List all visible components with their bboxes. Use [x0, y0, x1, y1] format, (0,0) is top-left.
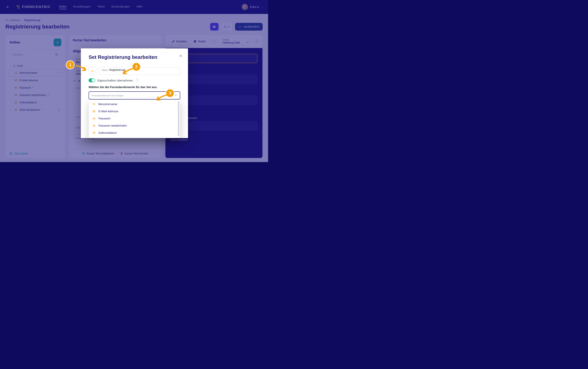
- callout-3: 3: [166, 89, 175, 98]
- password-icon: [92, 117, 96, 120]
- toggle-label: Eigenschaften übernehmen: [98, 79, 133, 82]
- help-button[interactable]: ?: [135, 78, 139, 82]
- combo-placeholder: Formularelement hinzufügen: [92, 94, 124, 97]
- dropdown-label: Geburtsdatum: [98, 131, 117, 134]
- callout-1: 1: [66, 61, 75, 69]
- dropdown-item-password[interactable]: Passwort: [89, 115, 180, 122]
- modal-title: Set Registrierung bearbeiten: [88, 54, 180, 60]
- required-marker: *: [108, 69, 108, 71]
- email-icon: [92, 110, 96, 113]
- arrow-icon: [154, 94, 167, 102]
- dropdown-scrollbar[interactable]: [178, 101, 179, 136]
- pencil-icon: [91, 70, 93, 72]
- close-button[interactable]: ✕: [179, 54, 182, 58]
- dropdown-label: Benutzername: [98, 102, 118, 106]
- chevron-down-icon: ⌄: [94, 70, 96, 72]
- arrow-icon: [120, 68, 134, 75]
- svg-point-25: [94, 125, 94, 126]
- instruction-text: Wählen Sie die Formularelemente für das …: [88, 85, 180, 89]
- callout-badge: 1: [66, 61, 75, 69]
- dropdown-label: E-Mail-Adresse: [98, 110, 118, 113]
- arrow-icon: [75, 65, 88, 72]
- element-dropdown: Benutzername E-Mail-Adresse Passwort Pas…: [88, 100, 180, 138]
- chevron-up-icon: [175, 94, 177, 97]
- password-icon: [92, 124, 96, 127]
- svg-rect-17: [93, 103, 95, 105]
- set-icon-select[interactable]: ⌄: [88, 67, 98, 75]
- callout-2: 2: [132, 62, 141, 71]
- dropdown-label: Passwort: [98, 117, 110, 120]
- dropdown-item-password-repeat[interactable]: Passwort wiederholen: [89, 122, 180, 129]
- svg-rect-18: [93, 111, 95, 112]
- svg-point-26: [94, 125, 95, 126]
- dropdown-label: Passwort wiederholen: [98, 124, 127, 127]
- svg-point-24: [93, 125, 94, 126]
- dropdown-item-birthdate[interactable]: Geburtsdatum: [89, 129, 180, 136]
- calendar-icon: [92, 131, 96, 134]
- inherit-properties-toggle[interactable]: [88, 78, 95, 82]
- svg-rect-27: [93, 132, 95, 134]
- input-icon: [92, 102, 96, 106]
- name-caption: Name: [102, 69, 108, 71]
- dropdown-item-email[interactable]: E-Mail-Adresse: [89, 108, 180, 115]
